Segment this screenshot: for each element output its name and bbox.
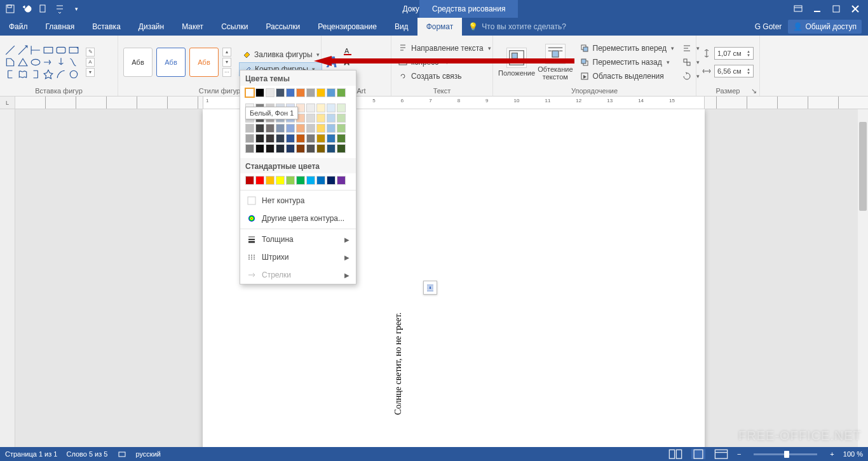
color-swatch[interactable] xyxy=(306,124,315,133)
color-swatch[interactable] xyxy=(327,104,336,112)
zoom-in-button[interactable]: + xyxy=(830,450,834,458)
tab-review[interactable]: Рецензирование xyxy=(309,18,386,36)
shape-gallery[interactable] xyxy=(5,45,81,79)
read-mode-icon[interactable] xyxy=(668,449,682,459)
color-swatch[interactable] xyxy=(306,88,315,97)
shape-fill-button[interactable]: Заливка фигуры xyxy=(239,48,322,61)
color-swatch[interactable] xyxy=(255,88,264,97)
color-swatch[interactable] xyxy=(296,124,305,133)
color-swatch[interactable] xyxy=(266,124,275,133)
style-sample-3[interactable]: Абв xyxy=(189,48,219,77)
color-swatch[interactable] xyxy=(255,176,264,185)
tab-design[interactable]: Дизайн xyxy=(130,18,173,36)
ruler-corner[interactable]: L xyxy=(0,97,15,109)
color-swatch[interactable] xyxy=(327,88,336,97)
ribbon-options-icon[interactable] xyxy=(793,4,803,14)
color-swatch[interactable] xyxy=(245,88,254,97)
zoom-knob[interactable] xyxy=(784,451,789,458)
shape-gallery-more[interactable]: ✎ A ▾ xyxy=(85,48,95,77)
tab-insert[interactable]: Вставка xyxy=(83,18,130,36)
color-swatch[interactable] xyxy=(337,114,346,123)
status-page[interactable]: Страница 1 из 1 xyxy=(5,450,57,458)
color-swatch[interactable] xyxy=(316,104,325,112)
color-swatch[interactable] xyxy=(306,176,315,185)
color-swatch[interactable] xyxy=(245,176,254,185)
tell-me[interactable]: 💡 Что вы хотите сделать? xyxy=(462,18,573,36)
style-sample-1[interactable]: Абв xyxy=(123,48,153,77)
color-swatch[interactable] xyxy=(245,124,254,133)
style-gallery-more[interactable]: ▴▾⋯ xyxy=(222,48,231,77)
tab-layout[interactable]: Макет xyxy=(173,18,212,36)
color-swatch[interactable] xyxy=(266,134,275,143)
maximize-icon[interactable] xyxy=(831,4,841,14)
color-swatch[interactable] xyxy=(337,144,346,153)
color-swatch[interactable] xyxy=(276,134,285,143)
tab-mailings[interactable]: Рассылки xyxy=(257,18,309,36)
zoom-level[interactable]: 100 % xyxy=(843,450,863,458)
textbox-icon[interactable]: A xyxy=(86,58,95,67)
color-swatch[interactable] xyxy=(316,144,325,153)
color-swatch[interactable] xyxy=(337,124,346,133)
color-swatch[interactable] xyxy=(286,134,295,143)
scrollbar-thumb[interactable] xyxy=(859,122,867,211)
style-gallery[interactable]: Абв Абв Абв xyxy=(123,48,219,77)
color-swatch[interactable] xyxy=(276,144,285,153)
tab-home[interactable]: Главная xyxy=(37,18,84,36)
color-swatch[interactable] xyxy=(286,124,295,133)
color-swatch[interactable] xyxy=(327,134,336,143)
height-field[interactable]: 1,07 см▲▼ xyxy=(702,47,754,60)
outline-weight-item[interactable]: Толщина ▶ xyxy=(240,230,356,248)
style-sample-2[interactable]: Абв xyxy=(156,48,186,77)
color-swatch[interactable] xyxy=(296,134,305,143)
color-swatch[interactable] xyxy=(255,134,264,143)
color-swatch[interactable] xyxy=(276,124,285,133)
edit-shape-icon[interactable]: ✎ xyxy=(86,48,95,57)
color-swatch[interactable] xyxy=(296,176,305,185)
vertical-text-shape[interactable]: Солнце светит, но не греет. xyxy=(393,312,403,415)
color-swatch[interactable] xyxy=(316,114,325,123)
customize-icon[interactable] xyxy=(55,4,65,14)
color-swatch[interactable] xyxy=(306,134,315,143)
color-swatch[interactable] xyxy=(337,104,346,112)
color-swatch[interactable] xyxy=(337,88,346,97)
color-swatch[interactable] xyxy=(255,144,264,153)
color-swatch[interactable] xyxy=(296,144,305,153)
share-button[interactable]: 👤 Общий доступ xyxy=(788,20,862,34)
position-button[interactable]: Положение xyxy=(498,40,535,84)
vertical-scrollbar[interactable] xyxy=(858,109,868,447)
color-swatch[interactable] xyxy=(337,134,346,143)
tab-file[interactable]: Файл xyxy=(0,18,37,36)
color-swatch[interactable] xyxy=(327,124,336,133)
spinner-icon[interactable]: ▲▼ xyxy=(747,67,750,75)
close-icon[interactable] xyxy=(850,4,860,14)
color-swatch[interactable] xyxy=(245,144,254,153)
qat-more-icon[interactable]: ▾ xyxy=(71,4,81,14)
bring-forward-button[interactable]: Переместить вперед xyxy=(578,42,675,55)
zoom-out-button[interactable]: − xyxy=(737,450,741,458)
text-direction-button[interactable]: Направление текста xyxy=(397,42,492,55)
layout-options-button[interactable] xyxy=(423,281,437,295)
no-outline-item[interactable]: Нет контура xyxy=(240,192,356,210)
more-outline-colors-item[interactable]: Другие цвета контура... xyxy=(240,210,356,227)
color-swatch[interactable] xyxy=(327,144,336,153)
status-language[interactable]: русский xyxy=(136,450,161,458)
color-swatch[interactable] xyxy=(316,134,325,143)
save-icon[interactable] xyxy=(5,4,15,14)
minimize-icon[interactable] xyxy=(812,4,822,14)
user-name[interactable]: G Goter xyxy=(755,22,782,31)
web-layout-icon[interactable] xyxy=(714,449,728,459)
tab-format[interactable]: Формат xyxy=(417,18,463,36)
color-swatch[interactable] xyxy=(276,88,285,97)
repeat-icon[interactable] xyxy=(38,4,48,14)
create-link-button[interactable]: Создать связь xyxy=(397,70,492,83)
selection-pane-button[interactable]: Область выделения xyxy=(578,70,675,83)
print-layout-icon[interactable] xyxy=(691,449,705,459)
outline-dashes-item[interactable]: Штрихи ▶ xyxy=(240,248,356,266)
document-canvas[interactable]: Солнце светит, но не греет. xyxy=(15,109,868,447)
ruler-horizontal[interactable]: 1123456789101112131415 xyxy=(15,97,868,109)
color-swatch[interactable] xyxy=(266,144,275,153)
color-swatch[interactable] xyxy=(316,88,325,97)
send-backward-button[interactable]: Переместить назад xyxy=(578,56,675,69)
color-swatch[interactable] xyxy=(276,176,285,185)
color-swatch[interactable] xyxy=(306,114,315,123)
